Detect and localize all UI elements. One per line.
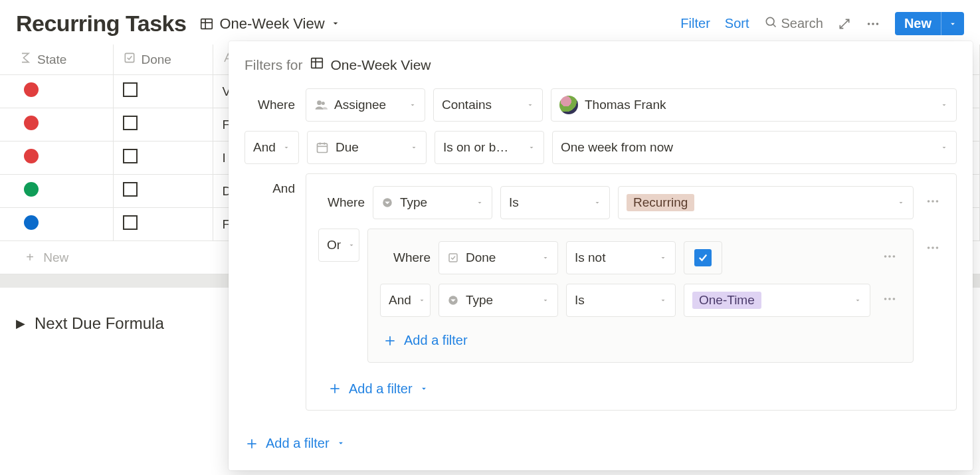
add-filter-inner[interactable]: Add a filter — [383, 333, 468, 348]
chevron-down-icon — [940, 98, 948, 112]
chevron-down-icon — [282, 140, 290, 155]
state-dot — [24, 116, 39, 130]
prop-assignee[interactable]: Assignee — [306, 88, 425, 122]
svg-rect-15 — [318, 143, 328, 152]
prop-type-2[interactable]: Type — [439, 284, 558, 317]
search-button[interactable]: Search — [764, 15, 823, 32]
value-recurring[interactable]: Recurring — [618, 186, 914, 219]
filter-button[interactable]: Filter — [680, 16, 710, 31]
cond-isnot[interactable]: Is not — [566, 241, 676, 274]
chevron-down-icon — [659, 250, 667, 265]
chevron-down-icon — [410, 140, 418, 155]
chevron-down-icon — [940, 140, 948, 155]
op-or[interactable]: Or — [318, 229, 359, 262]
tag-onetime: One-Time — [692, 292, 761, 309]
svg-point-5 — [868, 23, 870, 25]
state-dot — [24, 82, 39, 97]
svg-line-4 — [773, 25, 775, 27]
select-icon — [381, 197, 393, 209]
where-label: Where — [318, 195, 365, 210]
prop-done[interactable]: Done — [439, 241, 558, 274]
svg-point-20 — [928, 200, 930, 203]
cond-is-1[interactable]: Is — [500, 186, 610, 219]
new-row-label: New — [43, 250, 68, 264]
op-label: And — [389, 293, 411, 308]
svg-point-24 — [884, 255, 887, 258]
svg-rect-8 — [125, 53, 134, 62]
new-button[interactable]: New — [895, 12, 941, 35]
op-and-1[interactable]: And — [245, 131, 299, 164]
sort-button[interactable]: Sort — [725, 16, 749, 31]
checkbox[interactable] — [123, 215, 138, 230]
svg-point-28 — [884, 298, 887, 300]
group-more-icon[interactable] — [922, 237, 944, 262]
cond-isonorbefore[interactable]: Is on or b… — [435, 131, 544, 164]
add-filter-label: Add a filter — [404, 333, 468, 348]
cond-contains[interactable]: Contains — [433, 88, 543, 122]
tag-recurring: Recurring — [627, 194, 694, 211]
prop-type-1[interactable]: Type — [373, 186, 492, 219]
svg-rect-0 — [201, 19, 213, 29]
filters-view-name: One-Week View — [331, 57, 431, 73]
op-and-2[interactable]: And — [380, 284, 431, 317]
value-assignee[interactable]: Thomas Frank — [551, 88, 957, 122]
svg-point-22 — [936, 200, 939, 203]
prop-due[interactable]: Due — [307, 131, 427, 164]
calendar-icon — [316, 141, 329, 154]
cond-is-2[interactable]: Is — [566, 284, 676, 317]
checkbox[interactable] — [123, 116, 138, 130]
add-filter-root[interactable]: Add a filter — [245, 436, 345, 451]
more-icon[interactable] — [866, 17, 880, 31]
prop-label: Assignee — [334, 98, 386, 112]
prop-label: Due — [336, 140, 359, 155]
expand-icon[interactable] — [838, 17, 851, 31]
svg-point-6 — [872, 23, 874, 25]
svg-point-35 — [936, 246, 939, 249]
chevron-down-icon — [476, 195, 484, 210]
view-selector[interactable]: One-Week View — [199, 15, 340, 33]
value-oneweek[interactable]: One week from now — [552, 131, 957, 164]
chevron-down-icon — [541, 250, 549, 265]
cond-label: Is — [509, 195, 519, 210]
chevron-down-icon — [659, 293, 667, 308]
chevron-down-icon — [541, 293, 549, 308]
table-icon — [310, 56, 324, 74]
checkbox[interactable] — [123, 149, 138, 163]
person-icon — [314, 98, 328, 112]
new-dropdown[interactable] — [941, 12, 964, 35]
table-icon — [199, 17, 214, 31]
svg-point-33 — [928, 246, 930, 249]
formula-icon — [19, 51, 32, 68]
where-label: Where — [380, 250, 431, 265]
select-icon — [447, 294, 459, 306]
add-filter-group[interactable]: Add a filter — [328, 381, 429, 397]
where-label: Where — [245, 98, 298, 112]
search-label: Search — [781, 16, 823, 31]
rule-more-icon[interactable] — [878, 288, 901, 313]
search-icon — [764, 15, 777, 32]
prop-label: Type — [466, 293, 493, 308]
svg-rect-23 — [449, 254, 457, 262]
rule-more-icon[interactable] — [922, 190, 944, 215]
value-checked[interactable] — [684, 241, 722, 274]
svg-point-21 — [931, 200, 934, 203]
col-state[interactable]: State — [0, 45, 113, 75]
plus-icon: + — [24, 250, 36, 265]
checkbox[interactable] — [123, 82, 138, 97]
state-dot — [24, 215, 39, 230]
value-label: Thomas Frank — [585, 98, 666, 112]
row-text-cut: I — [223, 151, 226, 165]
checkbox-icon — [123, 51, 136, 68]
col-done[interactable]: Done — [113, 45, 213, 75]
svg-point-3 — [766, 17, 774, 25]
col-state-label: State — [37, 52, 66, 67]
and-label: And — [245, 173, 298, 196]
col-done-label: Done — [142, 52, 171, 67]
toggle-label: Next Due Formula — [35, 314, 164, 333]
chevron-down-icon — [409, 98, 417, 112]
op-label: And — [253, 140, 276, 155]
checkbox[interactable] — [123, 182, 138, 197]
value-onetime[interactable]: One-Time — [684, 284, 870, 317]
rule-more-icon[interactable] — [878, 245, 901, 270]
prop-label: Done — [466, 250, 496, 265]
